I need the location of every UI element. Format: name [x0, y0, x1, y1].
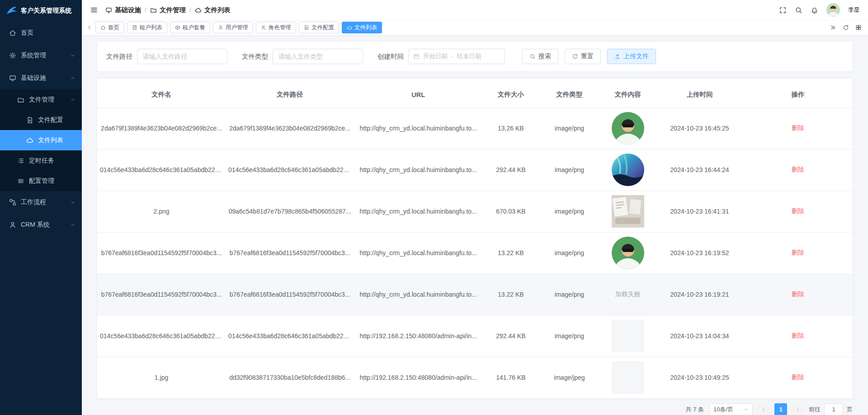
file-url-cell: http://qhy_crm_yd.local.huiminbangfu.to.…	[354, 232, 482, 274]
app-root: 客户关系管理系统 首页 系统管理 基础设施 文件管理	[0, 0, 868, 415]
topbar-actions: 李星	[779, 3, 860, 17]
page-number-button[interactable]: 1	[774, 403, 787, 415]
sidebar-item-file-mgmt[interactable]: 文件管理	[0, 89, 82, 110]
table-row: b767eaf6816f3ea0d1154592f5f70004bc3...b7…	[97, 274, 853, 315]
sidebar-item-config-mgmt[interactable]: 配置管理	[0, 171, 82, 191]
search-button[interactable]: 搜索	[522, 49, 558, 64]
date-range-picker[interactable]: 开始日期 - 结束日期	[408, 49, 505, 64]
page-unit-label: 页	[847, 406, 853, 414]
tab-item[interactable]: 首页	[95, 22, 124, 33]
delete-button[interactable]: 删除	[792, 207, 804, 214]
filter-card: 文件路径 文件类型 创建时间 开始日期 - 结束日期	[97, 42, 853, 71]
tabs-scroll-left-icon[interactable]	[86, 24, 93, 31]
sidebar-item-scheduled-tasks[interactable]: 定时任务	[0, 150, 82, 171]
delete-button[interactable]: 删除	[792, 166, 804, 173]
file-type-cell: image/jpeg	[539, 357, 600, 398]
sidebar-item-home[interactable]: 首页	[0, 22, 82, 44]
tab-item[interactable]: 租户列表	[127, 22, 167, 33]
file-thumbnail[interactable]	[612, 361, 644, 394]
upload-icon	[614, 53, 621, 60]
refresh-icon[interactable]	[843, 24, 849, 31]
fullscreen-icon[interactable]	[779, 6, 787, 14]
delete-button[interactable]: 删除	[792, 332, 804, 339]
file-name-cell: 1.jpg	[97, 357, 226, 398]
breadcrumb-label: 基础设施	[115, 6, 141, 14]
home-icon	[9, 29, 16, 37]
breadcrumb-item[interactable]: 文件管理	[150, 6, 186, 14]
delete-button[interactable]: 删除	[792, 290, 804, 298]
tab-item[interactable]: 租户套餐	[170, 22, 210, 33]
goto-page-input[interactable]	[824, 403, 843, 415]
breadcrumb-item[interactable]: 基础设施	[105, 6, 141, 14]
file-size-cell: 292.44 KB	[482, 315, 539, 357]
file-path-label: 文件路径	[106, 52, 132, 61]
page-size-select[interactable]: 10条/页	[709, 403, 753, 415]
tab-item[interactable]: 文件配置	[299, 22, 339, 33]
filter-file-type: 文件类型	[242, 49, 363, 64]
file-path-cell: b767eaf6816f3ea0d1154592f5f70004bc3...	[226, 232, 354, 274]
breadcrumb-separator: /	[189, 6, 191, 14]
upload-file-button[interactable]: 上传文件	[607, 49, 656, 64]
tab-item[interactable]: 文件列表	[342, 22, 382, 33]
column-header: 上传时间	[656, 82, 743, 107]
upload-time-cell: 2024-10-23 16:45:25	[656, 107, 743, 149]
file-name-cell: 2da679f1389f4e3623b04e082d2969b2ce...	[97, 107, 226, 149]
file-thumbnail[interactable]	[612, 154, 644, 186]
username[interactable]: 李星	[848, 6, 860, 14]
tab-label: 租户套餐	[183, 24, 205, 32]
breadcrumb-label: 文件管理	[160, 6, 186, 14]
file-url-cell: http://qhy_crm_yd.local.huiminbangfu.to.…	[354, 274, 482, 315]
file-name-cell: b767eaf6816f3ea0d1154592f5f70004bc3...	[97, 232, 226, 274]
file-type-label: 文件类型	[242, 52, 268, 61]
sidebar-item-file-config[interactable]: 文件配置	[0, 110, 82, 130]
file-path-input[interactable]	[137, 49, 227, 64]
file-table: 文件名文件路径URL文件大小文件类型文件内容上传时间操作 2da679f1389…	[97, 82, 853, 399]
table-row: b767eaf6816f3ea0d1154592f5f70004bc3...b7…	[97, 232, 853, 274]
sidebar-item-label: 文件列表	[38, 136, 63, 145]
chevron-down-icon	[743, 407, 749, 412]
upload-time-cell: 2024-10-23 16:44:24	[656, 149, 743, 191]
tabs-scroll-right-icon[interactable]	[830, 24, 836, 31]
breadcrumb-item[interactable]: 文件列表	[195, 6, 231, 14]
sidebar-item-infrastructure[interactable]: 基础设施	[0, 67, 82, 89]
file-url-cell: http://qhy_crm_yd.local.huiminbangfu.to.…	[354, 107, 482, 149]
logo[interactable]: 客户关系管理系统	[0, 0, 82, 22]
reset-button[interactable]: 重置	[565, 49, 601, 64]
sidebar-item-crm-system[interactable]: CRM 系统	[0, 214, 82, 236]
tab-item[interactable]: 角色管理	[256, 22, 296, 33]
sidebar-item-label: 文件管理	[29, 96, 54, 104]
file-thumbnail[interactable]	[612, 195, 644, 228]
building-icon	[132, 25, 137, 30]
sidebar-item-system-mgmt[interactable]: 系统管理	[0, 44, 82, 67]
tab-item[interactable]: 用户管理	[213, 22, 253, 33]
delete-button[interactable]: 删除	[792, 373, 804, 381]
file-size-cell: 292.44 KB	[482, 149, 539, 191]
search-icon[interactable]	[795, 6, 802, 14]
upload-time-cell: 2024-10-23 16:19:52	[656, 232, 743, 274]
filter-file-path: 文件路径	[106, 49, 227, 64]
delete-button[interactable]: 删除	[792, 249, 804, 256]
bell-icon[interactable]	[811, 6, 818, 14]
avatar[interactable]	[826, 3, 840, 17]
sidebar-item-workflow[interactable]: 工作流程	[0, 191, 82, 214]
file-thumbnail[interactable]	[612, 112, 644, 145]
table-row: 2da679f1389f4e3623b04e082d2969b2ce...2da…	[97, 107, 853, 149]
breadcrumb: 基础设施/文件管理/文件列表	[105, 6, 231, 14]
actions-cell: 删除	[743, 232, 853, 274]
date-separator: -	[451, 53, 453, 60]
sidebar-item-label: CRM 系统	[21, 221, 50, 229]
table-body: 2da679f1389f4e3623b04e082d2969b2ce...2da…	[97, 107, 853, 398]
file-thumbnail[interactable]	[612, 237, 644, 269]
file-type-input[interactable]	[273, 49, 363, 64]
doc-icon	[304, 25, 309, 30]
prev-page-button[interactable]	[757, 403, 770, 415]
delete-button[interactable]: 删除	[792, 124, 804, 131]
next-page-button[interactable]	[792, 403, 804, 415]
sidebar-item-label: 配置管理	[29, 177, 54, 185]
workflow-icon	[9, 199, 16, 206]
file-thumbnail[interactable]	[612, 320, 644, 352]
column-header: 文件内容	[599, 82, 656, 107]
sidebar-item-file-list[interactable]: 文件列表	[0, 130, 82, 150]
tab-options-grid-icon[interactable]	[855, 24, 862, 31]
hamburger-menu-icon[interactable]	[90, 6, 98, 14]
